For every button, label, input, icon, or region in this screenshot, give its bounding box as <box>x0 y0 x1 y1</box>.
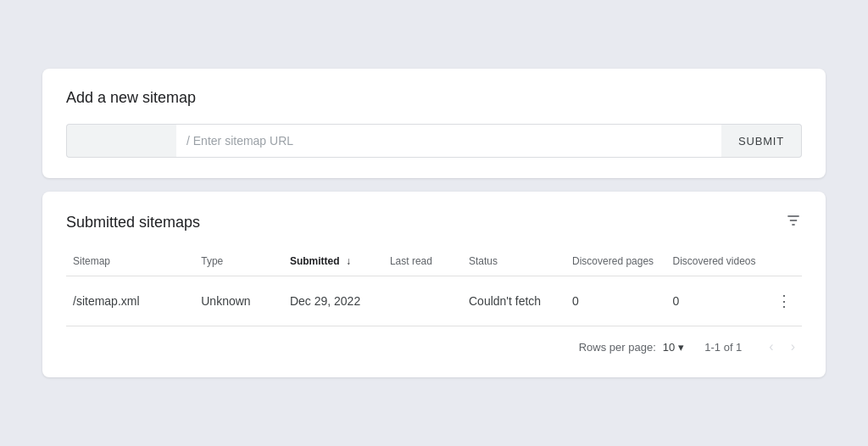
col-header-actions <box>766 247 802 276</box>
col-header-sitemap: Sitemap <box>66 247 194 276</box>
nav-buttons: ‹ › <box>762 337 802 357</box>
add-sitemap-card: Add a new sitemap SUBMIT <box>42 69 826 178</box>
col-header-submitted[interactable]: Submitted ↓ <box>283 247 383 276</box>
col-header-type: Type <box>194 247 283 276</box>
cell-submitted: Dec 29, 2022 <box>283 276 383 326</box>
add-sitemap-title: Add a new sitemap <box>66 89 802 107</box>
prev-page-button[interactable]: ‹ <box>762 337 780 357</box>
url-prefix <box>66 124 176 158</box>
rows-per-page-select[interactable]: 10 ▾ <box>663 341 684 354</box>
sitemaps-table: Sitemap Type Submitted ↓ Last read Statu… <box>66 247 802 326</box>
rows-per-page-label: Rows per page: <box>579 341 656 354</box>
sort-arrow-icon: ↓ <box>346 255 351 267</box>
cell-videos: 0 <box>666 276 766 326</box>
col-header-pages: Discovered pages <box>565 247 665 276</box>
cell-lastread <box>383 276 462 326</box>
section-header: Submitted sitemaps <box>66 212 802 233</box>
cell-type: Unknown <box>194 276 283 326</box>
submitted-sitemaps-card: Submitted sitemaps Sitemap Type Submitte… <box>42 192 826 377</box>
table-row: /sitemap.xml Unknown Dec 29, 2022 Couldn… <box>66 276 802 326</box>
rows-per-page: Rows per page: 10 ▾ <box>579 341 685 354</box>
col-header-videos: Discovered videos <box>666 247 766 276</box>
rows-per-page-dropdown-icon: ▾ <box>678 341 684 354</box>
rows-per-page-value: 10 <box>663 341 675 354</box>
filter-icon[interactable] <box>785 212 802 233</box>
page-info: 1-1 of 1 <box>704 341 742 354</box>
cell-pages: 0 <box>565 276 665 326</box>
col-header-status: Status <box>462 247 565 276</box>
sitemap-url-input[interactable] <box>176 124 721 158</box>
more-options-icon[interactable]: ⋮ <box>773 288 795 314</box>
pagination-row: Rows per page: 10 ▾ 1-1 of 1 ‹ › <box>66 326 802 357</box>
col-header-lastread: Last read <box>383 247 462 276</box>
next-page-button[interactable]: › <box>784 337 802 357</box>
cell-sitemap: /sitemap.xml <box>66 276 194 326</box>
add-sitemap-row: SUBMIT <box>66 124 802 158</box>
cell-actions: ⋮ <box>766 276 802 326</box>
section-title: Submitted sitemaps <box>66 214 200 231</box>
cell-status: Couldn't fetch <box>462 276 565 326</box>
submit-button[interactable]: SUBMIT <box>721 124 802 158</box>
